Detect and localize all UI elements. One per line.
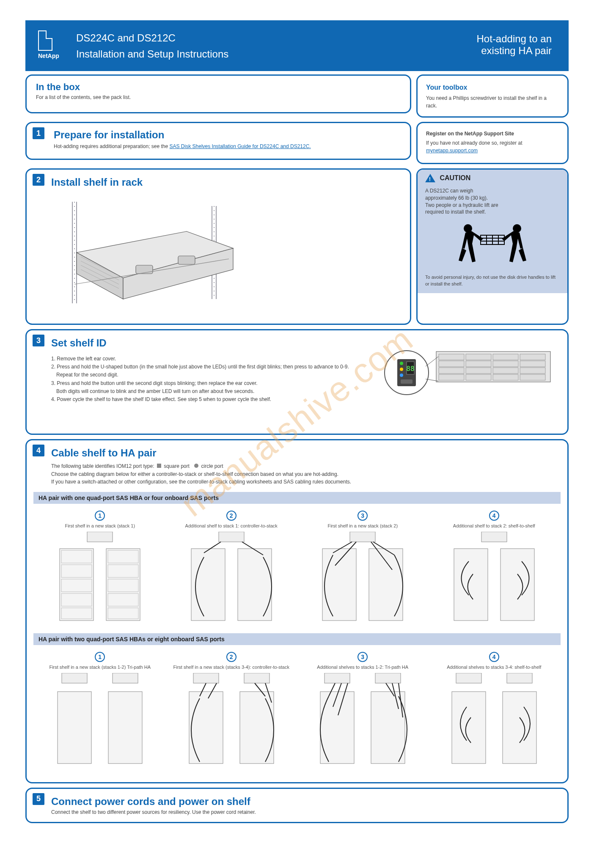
cable-diagram: [176, 673, 286, 770]
svg-rect-73: [62, 673, 87, 683]
step1-panel: 1 Prepare for installation Hot-adding re…: [25, 122, 411, 160]
svg-rect-13: [136, 265, 153, 274]
brand-name: NetApp: [38, 52, 59, 59]
support-link[interactable]: mynetapp.support.com: [426, 148, 478, 154]
svg-rect-78: [244, 673, 270, 683]
step5-title: Connect power cords and power on shelf: [51, 796, 561, 808]
right-line1: Hot-adding to an: [477, 33, 552, 45]
in-the-box-panel: In the box For a list of the contents, s…: [25, 74, 411, 113]
step4-panel: 4 Cable shelf to HA pair The following t…: [25, 439, 569, 783]
svg-rect-75: [58, 692, 91, 764]
svg-point-45: [400, 374, 403, 377]
svg-rect-81: [324, 673, 350, 683]
toolbox-heading: Your toolbox: [426, 82, 559, 93]
header-bar: NetApp DS224C and DS212C Installation an…: [25, 20, 569, 71]
cable-diagram: [179, 532, 284, 625]
cable-col: 3 Additional shelves to stacks 1-2: Tri-…: [301, 652, 424, 772]
in-the-box-text: For a list of the contents, see the pack…: [36, 94, 401, 100]
diagram-lbl: Additional shelf to stack 2: shelf-to-sh…: [433, 523, 556, 528]
svg-rect-30: [466, 361, 491, 367]
step1-side: Register on the NetApp Support Site If y…: [416, 122, 569, 164]
register-heading: Register on the NetApp Support Site: [426, 130, 559, 137]
cable-diagram: [310, 532, 415, 625]
svg-rect-58: [61, 608, 92, 619]
step1-num: 1: [33, 127, 44, 139]
p1ci: circle port: [201, 463, 223, 469]
product-title: DS224C and DS212C: [76, 32, 176, 44]
p1b: The following table identifies IOM12 por…: [51, 463, 156, 469]
svg-point-44: [400, 368, 403, 371]
doc-type: Installation and Setup Instructions: [76, 48, 228, 60]
cable-col: 2 First shelf in a new stack (stacks 3-4…: [170, 652, 293, 772]
svg-rect-84: [371, 692, 405, 764]
svg-rect-72: [500, 549, 534, 621]
step1-sub: Hot-adding requires additional preparati…: [54, 143, 401, 150]
svg-rect-51: [87, 532, 113, 542]
cable-diagram: [439, 673, 549, 770]
svg-rect-40: [520, 374, 545, 380]
svg-rect-65: [191, 549, 225, 621]
svg-rect-25: [439, 354, 464, 360]
cable-diagram: [441, 532, 547, 625]
cable-col: 1 First shelf in a new stack (stacks 1-2…: [38, 652, 162, 772]
step5-num: 5: [33, 793, 44, 805]
svg-rect-71: [454, 549, 488, 621]
cable-row-1: 1 First shelf in a new stack (stack 1) 2…: [33, 507, 561, 630]
svg-rect-14: [178, 256, 195, 264]
svg-rect-86: [507, 673, 532, 683]
svg-rect-74: [113, 673, 138, 683]
svg-rect-27: [493, 354, 518, 360]
caution-line4: required to install the shelf.: [425, 209, 560, 216]
svg-rect-59: [108, 550, 138, 563]
register-text: If you have not already done so, registe…: [426, 139, 559, 154]
svg-rect-67: [350, 532, 375, 542]
diagram-num: 1: [95, 652, 105, 662]
svg-rect-77: [193, 673, 219, 683]
diagram-lbl: Additional shelves to stacks 1-2: Tri-pa…: [301, 665, 424, 670]
svg-rect-61: [108, 579, 138, 592]
diagram-lbl: First shelf in a new stack (stack 1): [38, 523, 162, 528]
cable-diagram: [47, 532, 153, 625]
diagram-lbl: First shelf in a new stack (stack 2): [301, 523, 424, 528]
caution-line1: A DS212C can weigh: [425, 187, 560, 195]
diagram-lbl: Additional shelves to stacks 3-4: shelf-…: [433, 665, 556, 670]
logo-icon: [38, 30, 52, 51]
svg-rect-62: [108, 593, 138, 606]
shelf-id-illustration: 88: [360, 343, 555, 402]
svg-rect-80: [240, 692, 274, 764]
diagram-lbl: First shelf in a new stack (stacks 3-4):…: [170, 665, 293, 670]
step1-sub-before: Hot-adding requires additional preparati…: [54, 143, 170, 149]
cable-diagram: [45, 673, 155, 770]
svg-rect-63: [108, 608, 138, 619]
step5-panel: 5 Connect power cords and power on shelf…: [25, 788, 569, 823]
diagram-num: 3: [358, 511, 368, 521]
svg-point-43: [400, 362, 403, 365]
step1-title: Prepare for installation: [54, 129, 401, 141]
in-the-box-heading: In the box: [36, 82, 401, 93]
diagram-num: 2: [226, 652, 236, 662]
step2-panel: 2 Install shelf in rack: [25, 168, 411, 325]
svg-rect-28: [520, 354, 545, 360]
caution-label: CAUTION: [440, 174, 470, 181]
band2: HA pair with two quad-port SAS HBAs or e…: [33, 633, 561, 645]
step4-text: The following table identifies IOM12 por…: [51, 462, 561, 486]
step5-sub: Connect the shelf to two different power…: [51, 809, 561, 815]
p1sq: square port: [164, 463, 190, 469]
rack-illustration: [51, 193, 254, 308]
svg-rect-70: [481, 532, 507, 542]
step3-panel: 3 Set shelf ID 1. Remove the left ear co…: [25, 329, 569, 435]
svg-rect-85: [456, 673, 481, 683]
svg-rect-38: [466, 374, 491, 380]
diagram-num: 4: [489, 511, 499, 521]
step2-num: 2: [33, 174, 44, 186]
doc-link[interactable]: SAS Disk Shelves Installation Guide for …: [170, 143, 311, 149]
cable-diagram: [308, 673, 418, 770]
toolbox-side: Your toolbox You need a Phillips screwdr…: [416, 74, 569, 118]
svg-rect-68: [322, 549, 356, 621]
brand-logo: NetApp: [38, 30, 59, 59]
cable-col: 2 Additional shelf to stack 1: controlle…: [170, 511, 293, 626]
svg-rect-26: [466, 354, 491, 360]
caution-note: To avoid personal injury, do not use the…: [418, 271, 567, 293]
cable-row-2: 1 First shelf in a new stack (stacks 1-2…: [33, 648, 561, 775]
diagram-num: 1: [95, 511, 105, 521]
